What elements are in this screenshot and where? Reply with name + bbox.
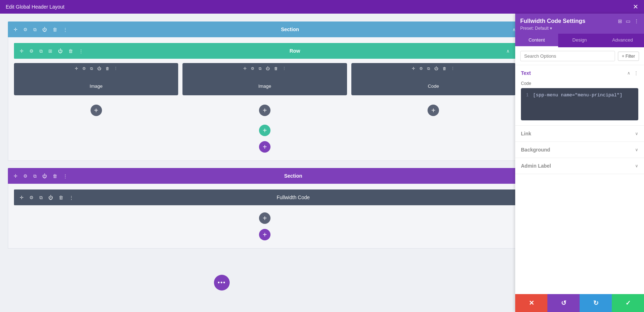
col1-add-row: + (14, 102, 178, 116)
section-1-move-icon[interactable]: ✛ (12, 27, 19, 33)
row-add-button[interactable]: + (259, 125, 270, 136)
panel-more-icon[interactable]: ⋮ (634, 18, 639, 24)
fw-power-icon[interactable]: ⏻ (47, 195, 54, 201)
fw-more-icon[interactable]: ⋮ (68, 195, 75, 201)
tab-content[interactable]: Content (515, 34, 558, 47)
accordion-text-more-icon[interactable]: ⋮ (634, 71, 638, 76)
mod3-trash-icon[interactable]: 🗑 (441, 66, 448, 71)
accordion-admin-label-header[interactable]: Admin Label ∨ (515, 158, 644, 174)
section-1-trash-icon[interactable]: 🗑 (51, 27, 59, 33)
panel-expand-icon[interactable]: ▭ (626, 18, 630, 24)
row-power-icon[interactable]: ⏻ (57, 48, 64, 54)
row-collapse-icon[interactable]: ∧ (505, 48, 511, 54)
accordion-text-collapse-icon[interactable]: ∧ (627, 71, 630, 76)
section2-settings-icon[interactable]: ⚙ (22, 173, 29, 179)
accordion-link-expand-icon[interactable]: ∨ (635, 131, 638, 136)
col-add-buttons: + + + (14, 100, 516, 118)
module-image-1[interactable]: ✛ ⚙ ⧉ ⏻ 🗑 ⋮ Image (14, 63, 178, 95)
accordion-background-title: Background (521, 147, 550, 153)
section-1-bar: ✛ ⚙ ⧉ ⏻ 🗑 ⋮ Section ∧ (8, 21, 522, 37)
row-more-icon[interactable]: ⋮ (77, 48, 85, 54)
mod1-power-icon[interactable]: ⏻ (96, 66, 103, 71)
section1-add-button[interactable]: + (259, 141, 270, 153)
accordion-background-header[interactable]: Background ∨ (515, 142, 644, 158)
mod2-power-icon[interactable]: ⏻ (264, 66, 271, 71)
module-code-toolbar: ✛ ⚙ ⧉ ⏻ 🗑 ⋮ (410, 66, 456, 71)
col2-add-button[interactable]: + (259, 105, 270, 116)
section2-more-icon[interactable]: ⋮ (62, 173, 69, 179)
mod2-trash-icon[interactable]: 🗑 (273, 66, 279, 71)
mod1-more-icon[interactable]: ⋮ (112, 66, 119, 71)
title-bar: Edit Global Header Layout ✕ (0, 0, 644, 14)
filter-button[interactable]: + Filter (618, 52, 639, 61)
accordion-text-header[interactable]: Text ∧ ⋮ (515, 65, 644, 81)
section2-move-icon[interactable]: ✛ (12, 173, 19, 179)
fw-duplicate-icon[interactable]: ⧉ (38, 195, 44, 201)
mod1-settings-icon[interactable]: ⚙ (81, 66, 87, 71)
accordion-link: Link ∨ (515, 126, 644, 142)
section-1-more-icon[interactable]: ⋮ (62, 27, 69, 33)
section-1-body: ✛ ⚙ ⧉ ⊞ ⏻ 🗑 ⋮ Row ∧ ✛ (8, 37, 522, 161)
mod2-more-icon[interactable]: ⋮ (281, 66, 288, 71)
tab-advanced[interactable]: Advanced (601, 34, 644, 47)
fw-settings-icon[interactable]: ⚙ (28, 195, 35, 201)
panel-resize-icon[interactable]: ⊞ (618, 18, 622, 24)
mod3-duplicate-icon[interactable]: ⧉ (426, 66, 431, 71)
fw-trash-icon[interactable]: 🗑 (57, 195, 65, 201)
mod2-move-icon[interactable]: ✛ (242, 66, 248, 71)
code-label: Code (521, 81, 638, 86)
accordion-link-right: ∨ (635, 131, 638, 136)
section-1-power-icon[interactable]: ⏻ (41, 27, 48, 33)
row-columns-icon[interactable]: ⊞ (47, 48, 54, 54)
row-duplicate-icon[interactable]: ⧉ (38, 48, 44, 54)
accordion-text-title: Text (521, 70, 531, 76)
close-button[interactable]: ✕ (633, 4, 638, 10)
section2-add-button[interactable]: + (259, 229, 270, 240)
search-input[interactable] (520, 51, 615, 61)
footer-cancel-button[interactable]: ✕ (515, 294, 547, 312)
footer-save-button[interactable]: ✓ (612, 294, 644, 312)
mod2-settings-icon[interactable]: ⚙ (249, 66, 256, 71)
mod3-move-icon[interactable]: ✛ (410, 66, 416, 71)
section-2-bar: ✛ ⚙ ⧉ ⏻ 🗑 ⋮ Section (8, 168, 522, 184)
col1-add-button[interactable]: + (91, 105, 102, 116)
fullwidth-bar: ✛ ⚙ ⧉ ⏻ 🗑 ⋮ Fullwidth Code (14, 189, 516, 205)
accordion-admin-label-right: ∨ (635, 163, 638, 168)
panel-content: Text ∧ ⋮ Code 1[spp-menu name="menu-prin… (515, 65, 644, 294)
section-1-label: Section (281, 27, 299, 32)
section-1-settings-icon[interactable]: ⚙ (22, 27, 29, 33)
row-settings-icon[interactable]: ⚙ (28, 48, 35, 54)
module-image-2[interactable]: ✛ ⚙ ⧉ ⏻ 🗑 ⋮ Image (182, 63, 347, 95)
col3-add-button[interactable]: + (428, 105, 439, 116)
tab-design[interactable]: Design (558, 34, 601, 47)
footer-reset-button[interactable]: ↺ (547, 294, 580, 312)
accordion-text: Text ∧ ⋮ Code 1[spp-menu name="menu-prin… (515, 65, 644, 126)
dots-button[interactable]: ••• (214, 275, 230, 291)
mod3-power-icon[interactable]: ⏻ (433, 66, 440, 71)
mod1-trash-icon[interactable]: 🗑 (104, 66, 111, 71)
mod1-duplicate-icon[interactable]: ⧉ (89, 66, 94, 71)
mod1-move-icon[interactable]: ✛ (73, 66, 79, 71)
footer-redo-button[interactable]: ↻ (580, 294, 612, 312)
section2-trash-icon[interactable]: 🗑 (51, 173, 59, 179)
code-editor[interactable]: 1[spp-menu name="menu-principal"] (521, 88, 638, 120)
module-image-2-label: Image (258, 83, 271, 89)
module-code[interactable]: ✛ ⚙ ⧉ ⏻ 🗑 ⋮ Code (351, 63, 516, 95)
row-move-icon[interactable]: ✛ (18, 48, 25, 54)
mod3-more-icon[interactable]: ⋮ (449, 66, 456, 71)
section2-power-icon[interactable]: ⏻ (41, 173, 48, 179)
fw-add-button[interactable]: + (259, 212, 270, 224)
section-1-duplicate-icon[interactable]: ⧉ (32, 27, 38, 33)
mod2-duplicate-icon[interactable]: ⧉ (257, 66, 263, 71)
panel-preset[interactable]: Preset: Default ▾ (520, 26, 639, 31)
mod3-settings-icon[interactable]: ⚙ (418, 66, 424, 71)
section2-duplicate-icon[interactable]: ⧉ (32, 173, 38, 179)
fw-move-icon[interactable]: ✛ (18, 195, 25, 201)
module-image-1-toolbar: ✛ ⚙ ⧉ ⏻ 🗑 ⋮ (73, 66, 119, 71)
row-trash-icon[interactable]: 🗑 (67, 48, 74, 54)
accordion-admin-label-expand-icon[interactable]: ∨ (635, 163, 638, 168)
accordion-link-header[interactable]: Link ∨ (515, 126, 644, 141)
panel-title: Fullwidth Code Settings (520, 18, 585, 24)
accordion-background-expand-icon[interactable]: ∨ (635, 147, 638, 152)
row-bar: ✛ ⚙ ⧉ ⊞ ⏻ 🗑 ⋮ Row ∧ (14, 43, 516, 59)
